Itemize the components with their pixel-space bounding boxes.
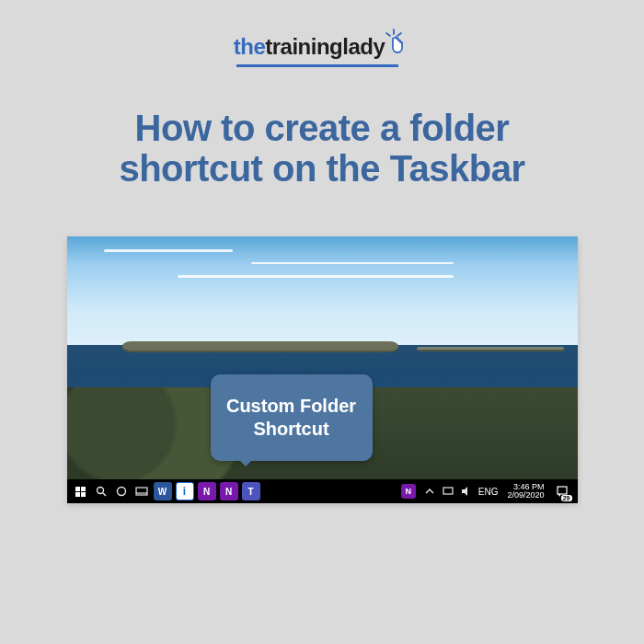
svg-point-3 — [97, 488, 103, 494]
onenote-icon: N — [225, 487, 232, 497]
logo-underline — [236, 64, 398, 67]
cortana-icon — [116, 486, 127, 497]
search-button[interactable] — [91, 481, 111, 501]
onenote-icon: N — [203, 487, 210, 497]
task-view-button[interactable] — [132, 481, 152, 501]
tray-volume-icon[interactable] — [460, 485, 473, 498]
wallpaper-island — [417, 347, 564, 350]
svg-point-5 — [117, 488, 125, 496]
clock-date: 2/09/2020 — [507, 491, 544, 500]
page-title: How to create a folder shortcut on the T… — [64, 108, 580, 189]
notification-count-badge: 29 — [561, 495, 572, 501]
taskbar-app-onenote-win10[interactable]: N — [220, 482, 238, 500]
svg-line-2 — [397, 33, 401, 36]
tray-language-indicator[interactable]: ENG — [478, 487, 499, 497]
svg-line-1 — [386, 33, 390, 36]
logo-part-the: the — [234, 34, 266, 59]
windows-taskbar: W i N N T N ENG 3:46 PM 2/09/2020 29 — [67, 479, 578, 503]
tray-cast-icon[interactable] — [442, 485, 454, 498]
svg-marker-9 — [462, 487, 467, 496]
tutorial-screenshot: Custom Folder Shortcut W i N N T N ENG — [67, 236, 578, 503]
brand-logo: thetraininglady — [234, 31, 411, 67]
onenote-icon: N — [406, 487, 412, 496]
search-icon — [96, 486, 107, 497]
taskbar-clock[interactable]: 3:46 PM 2/09/2020 — [503, 483, 547, 500]
word-icon: W — [158, 487, 167, 497]
system-tray: N ENG 3:46 PM 2/09/2020 29 — [399, 483, 574, 500]
cortana-button[interactable] — [111, 481, 132, 501]
svg-line-4 — [103, 493, 106, 496]
logo-text: thetraininglady — [234, 34, 385, 60]
svg-rect-8 — [443, 488, 453, 494]
windows-logo-icon — [75, 487, 86, 497]
info-icon: i — [183, 485, 186, 498]
logo-part-lady: lady — [342, 34, 385, 59]
tray-chevron-up-icon[interactable] — [423, 485, 436, 498]
logo-part-training: training — [265, 34, 342, 59]
start-button[interactable] — [71, 481, 91, 501]
svg-rect-10 — [558, 487, 567, 494]
pointer-click-icon — [383, 28, 410, 63]
annotation-callout: Custom Folder Shortcut — [211, 374, 373, 461]
svg-rect-6 — [136, 488, 147, 495]
tray-onenote[interactable]: N — [401, 484, 416, 499]
taskbar-app-word[interactable]: W — [154, 482, 172, 500]
taskbar-app-onenote[interactable]: N — [198, 482, 216, 500]
action-center-button[interactable]: 29 — [554, 483, 570, 500]
taskbar-app-custom-folder-shortcut[interactable]: i — [176, 482, 194, 500]
taskbar-app-teams[interactable]: T — [242, 482, 260, 500]
teams-icon: T — [247, 487, 253, 497]
callout-text: Custom Folder Shortcut — [211, 395, 373, 441]
wallpaper-island — [122, 341, 398, 351]
task-view-icon — [135, 487, 148, 496]
